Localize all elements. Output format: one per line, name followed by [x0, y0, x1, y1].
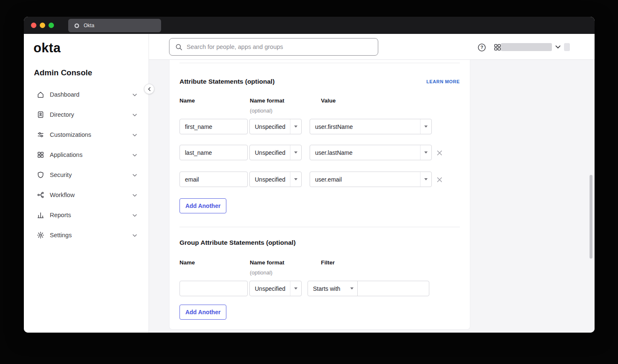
attribute-value-text: user.firstName — [315, 123, 353, 130]
name-format-select[interactable]: Unspecified — [249, 119, 302, 134]
chevron-down-icon — [132, 211, 137, 219]
sidebar-item-label: Customizations — [50, 131, 132, 138]
column-header-name-format-note: (optional) — [250, 108, 272, 114]
search-input[interactable] — [187, 44, 372, 50]
sidebar-item-label: Settings — [50, 232, 132, 238]
main-area: ? — [149, 34, 595, 333]
close-window-button[interactable] — [31, 23, 36, 28]
attribute-value-text: user.email — [315, 176, 342, 183]
attribute-statements-title: Attribute Statements (optional) — [180, 78, 274, 85]
attribute-name-input[interactable] — [180, 145, 248, 160]
attribute-value-combobox[interactable]: user.lastName — [310, 145, 432, 160]
desktop-background: Okta okta Admin Console Dashboard — [0, 0, 618, 364]
chevron-down-icon — [132, 91, 137, 98]
window-titlebar: Okta — [24, 17, 595, 34]
chevron-down-icon — [132, 131, 137, 138]
column-header-value: Value — [321, 97, 336, 104]
column-header-name: Name — [180, 259, 195, 266]
attribute-value-combobox[interactable]: user.email — [310, 172, 432, 187]
column-header-name-format: Name format — [250, 97, 285, 104]
chevron-down-icon — [290, 145, 301, 160]
sidebar-item-settings[interactable]: Settings — [24, 225, 149, 245]
sidebar-item-applications[interactable]: Applications — [24, 145, 149, 165]
zoom-window-button[interactable] — [49, 23, 54, 28]
column-header-name-format-note: (optional) — [250, 269, 272, 276]
sidebar-item-customizations[interactable]: Customizations — [24, 125, 149, 145]
sidebar-item-label: Dashboard — [50, 91, 132, 98]
learn-more-link[interactable]: LEARN MORE — [426, 79, 460, 84]
name-format-select[interactable]: Unspecified — [249, 172, 302, 187]
chevron-down-icon — [420, 145, 431, 160]
chevron-down-icon — [132, 191, 137, 199]
okta-favicon-icon — [74, 23, 80, 29]
filter-type-select[interactable]: Starts with — [308, 281, 358, 296]
divider — [180, 63, 460, 63]
minimize-window-button[interactable] — [40, 23, 45, 28]
attribute-value-combobox[interactable]: user.firstName — [310, 119, 432, 134]
chevron-down-icon — [132, 231, 137, 239]
help-button[interactable]: ? — [477, 43, 486, 52]
chevron-down-icon — [132, 111, 137, 118]
chevron-down-icon — [290, 119, 301, 134]
account-menu[interactable] — [501, 43, 570, 51]
apps-grid-icon — [494, 44, 501, 51]
name-format-value: Unspecified — [255, 176, 285, 183]
remove-row-button[interactable] — [435, 175, 444, 184]
column-header-name: Name — [180, 97, 195, 104]
redacted-account-name-tail — [564, 43, 570, 51]
column-header-name-format: Name format — [250, 259, 285, 266]
window-controls — [31, 23, 54, 28]
bar-chart-icon — [37, 211, 44, 219]
name-format-select[interactable]: Unspecified — [249, 281, 302, 296]
attribute-statements-header: Attribute Statements (optional) LEARN MO… — [180, 77, 460, 87]
shield-icon — [37, 171, 44, 179]
sidebar-item-workflow[interactable]: Workflow — [24, 185, 149, 205]
sidebar: okta Admin Console Dashboard — [24, 34, 149, 333]
sidebar-item-label: Directory — [50, 111, 132, 118]
global-search — [169, 38, 378, 56]
vertical-scrollbar[interactable] — [590, 175, 592, 259]
gear-icon — [37, 231, 44, 239]
divider — [180, 227, 460, 227]
group-attribute-name-input[interactable] — [180, 281, 248, 296]
chevron-down-icon — [555, 45, 561, 49]
name-format-value: Unspecified — [255, 149, 285, 156]
add-another-attribute-button[interactable]: Add Another — [180, 198, 226, 213]
okta-logo: okta — [33, 41, 61, 56]
sidebar-item-directory[interactable]: Directory — [24, 105, 149, 125]
tab-title: Okta — [84, 23, 94, 28]
add-another-group-attribute-button[interactable]: Add Another — [180, 305, 226, 320]
group-attribute-statements-title: Group Attribute Statements (optional) — [180, 239, 296, 246]
saml-settings-card: Attribute Statements (optional) LEARN MO… — [169, 60, 470, 330]
sidebar-nav: Dashboard Directory — [24, 85, 149, 245]
sidebar-item-label: Workflow — [50, 192, 132, 198]
workflow-icon — [37, 191, 44, 199]
chevron-down-icon — [420, 172, 431, 187]
directory-icon — [37, 111, 44, 118]
customizations-icon — [37, 131, 44, 138]
browser-window: Okta okta Admin Console Dashboard — [24, 17, 595, 333]
sidebar-item-label: Security — [50, 172, 132, 178]
topbar: ? — [149, 34, 595, 60]
home-icon — [37, 91, 44, 98]
filter-type-value: Starts with — [313, 285, 340, 292]
sidebar-item-label: Reports — [50, 212, 132, 218]
sidebar-collapse-button[interactable] — [144, 84, 154, 94]
filter-value-input[interactable] — [357, 281, 429, 296]
redacted-account-name — [501, 43, 552, 51]
chevron-down-icon — [290, 172, 301, 187]
applications-icon — [37, 151, 44, 159]
attribute-name-input[interactable] — [180, 172, 248, 187]
sidebar-item-dashboard[interactable]: Dashboard — [24, 85, 149, 105]
attribute-name-input[interactable] — [180, 119, 248, 134]
sidebar-item-security[interactable]: Security — [24, 165, 149, 185]
sidebar-item-reports[interactable]: Reports — [24, 205, 149, 225]
browser-tab[interactable]: Okta — [68, 19, 161, 32]
name-format-select[interactable]: Unspecified — [249, 145, 302, 160]
chevron-down-icon — [346, 281, 357, 296]
attribute-value-text: user.lastName — [315, 149, 352, 156]
remove-row-button[interactable] — [435, 149, 444, 157]
chevron-down-icon — [290, 281, 301, 296]
page-content: Attribute Statements (optional) LEARN MO… — [149, 60, 595, 333]
chevron-down-icon — [420, 119, 431, 134]
